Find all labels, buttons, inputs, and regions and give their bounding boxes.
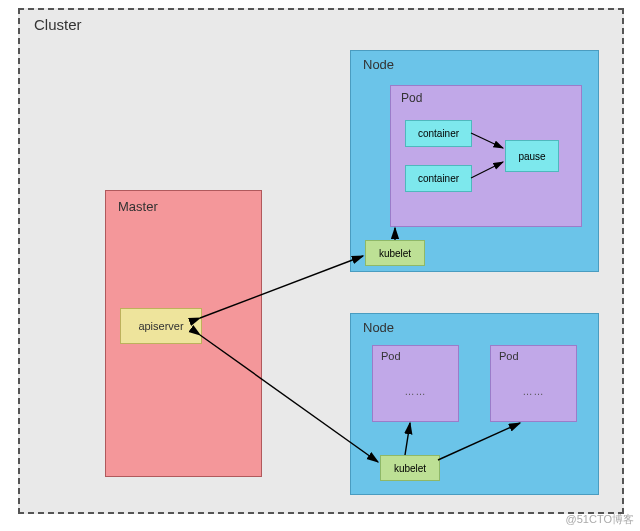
kubelet2-box: kubelet bbox=[380, 455, 440, 481]
node1-pod-label: Pod bbox=[401, 91, 422, 105]
node2-pod1-ellipsis: …… bbox=[373, 386, 458, 397]
kubelet1-box: kubelet bbox=[365, 240, 425, 266]
diagram-canvas: { "cluster": { "label": "Cluster" }, "ma… bbox=[0, 0, 640, 531]
container1-box: container bbox=[405, 120, 472, 147]
master-label: Master bbox=[118, 199, 158, 214]
node2-pod2-box: Pod …… bbox=[490, 345, 577, 422]
node2-pod2-ellipsis: …… bbox=[491, 386, 576, 397]
cluster-label: Cluster bbox=[34, 16, 82, 33]
node2-pod1-label: Pod bbox=[381, 350, 401, 362]
node1-label: Node bbox=[363, 57, 394, 72]
apiserver-box: apiserver bbox=[120, 308, 202, 344]
pause-box: pause bbox=[505, 140, 559, 172]
watermark-text: @51CTO博客 bbox=[566, 512, 634, 527]
node2-label: Node bbox=[363, 320, 394, 335]
container2-box: container bbox=[405, 165, 472, 192]
node2-pod1-box: Pod …… bbox=[372, 345, 459, 422]
node2-pod2-label: Pod bbox=[499, 350, 519, 362]
